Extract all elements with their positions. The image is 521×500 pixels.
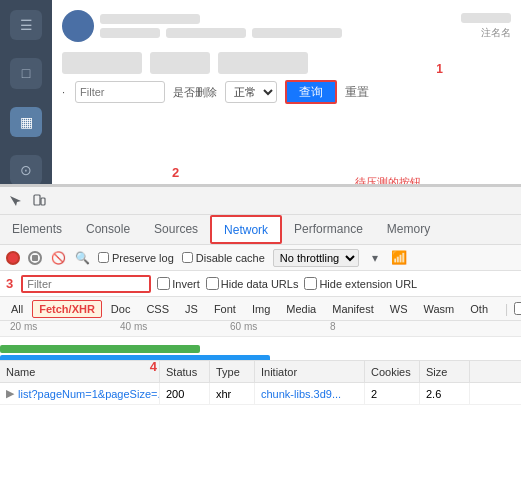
name-bar	[100, 14, 200, 24]
disable-cache-checkbox[interactable]	[182, 252, 193, 263]
tab-console[interactable]: Console	[74, 215, 142, 244]
annotation-num-2: 2	[172, 165, 179, 180]
timeline-area: 20 ms 40 ms 60 ms 8	[0, 321, 521, 361]
cell-size: 2.6	[420, 383, 470, 404]
tab-sources[interactable]: Sources	[142, 215, 210, 244]
reset-button[interactable]: 重置	[345, 84, 369, 101]
filter-input[interactable]	[21, 275, 151, 293]
hide-ext-url-checkbox[interactable]	[304, 277, 317, 290]
record-button[interactable]	[6, 251, 20, 265]
delete-label: 是否删除	[173, 85, 217, 100]
type-other-button[interactable]: Oth	[463, 300, 495, 318]
detail-bar-1	[100, 28, 160, 38]
detail-bar-2	[166, 28, 246, 38]
date-input[interactable]	[75, 81, 165, 103]
stop-button[interactable]	[28, 251, 42, 265]
annotation-num-1: 1	[436, 62, 443, 76]
blocked-req-label[interactable]: Blocked requests	[514, 297, 521, 321]
table-header: 4 Name Status Type Initiator Cookies Siz…	[0, 361, 521, 383]
date-label: ·	[62, 86, 65, 98]
tab-memory[interactable]: Memory	[375, 215, 442, 244]
tab-network[interactable]: Network	[210, 215, 282, 244]
table-row[interactable]: ▶ list?pageNum=1&pageSize=... 200 xhr ch…	[0, 383, 521, 405]
type-js-button[interactable]: JS	[178, 300, 205, 318]
header-size: Size	[420, 361, 470, 382]
clear-button[interactable]: 🚫	[50, 250, 66, 266]
user-info-bars	[100, 14, 455, 38]
search-button[interactable]: 查询	[285, 80, 337, 104]
cell-cookies: 2	[365, 383, 420, 404]
timeline-label-40ms: 40 ms	[120, 321, 147, 332]
cell-type: xhr	[210, 383, 255, 404]
detail-bar-3	[252, 28, 342, 38]
preserve-log-checkbox[interactable]	[98, 252, 109, 263]
header-cookies: Cookies	[365, 361, 420, 382]
request-name: list?pageNum=1&pageSize=...	[18, 388, 160, 400]
devtools-tabs: Elements Console Sources Network Perform…	[0, 215, 521, 245]
type-img-button[interactable]: Img	[245, 300, 277, 318]
tab-performance[interactable]: Performance	[282, 215, 375, 244]
cell-initiator: chunk-libs.3d9...	[255, 383, 365, 404]
type-divider: |	[505, 302, 508, 316]
input-placeholder-2	[150, 52, 210, 74]
hide-data-urls-checkbox[interactable]	[206, 277, 219, 290]
timeline-label-20ms: 20 ms	[10, 321, 37, 332]
annotation-num-4: 4	[150, 361, 157, 374]
type-doc-button[interactable]: Doc	[104, 300, 138, 318]
label-username: 注名名	[481, 26, 511, 40]
disable-cache-label[interactable]: Disable cache	[182, 252, 265, 264]
tab-elements[interactable]: Elements	[0, 215, 74, 244]
right-bar-1	[461, 13, 511, 23]
type-ws-button[interactable]: WS	[383, 300, 415, 318]
network-toolbar: 🚫 🔍 Preserve log Disable cache No thrott…	[0, 245, 521, 271]
timeline-label-80ms: 8	[330, 321, 336, 332]
sidebar-icon-grid[interactable]: ▦	[10, 107, 42, 137]
input-placeholder-3	[218, 52, 308, 74]
filter-bar: 3 Invert Hide data URLs Hide extension U…	[0, 271, 521, 297]
timeline-label-60ms: 60 ms	[230, 321, 257, 332]
hide-ext-url-label[interactable]: Hide extension URL	[304, 277, 417, 290]
header-status: Status	[160, 361, 210, 382]
header-name: 4 Name	[0, 361, 160, 382]
type-font-button[interactable]: Font	[207, 300, 243, 318]
avatar	[62, 10, 94, 42]
inspect-icon[interactable]	[4, 190, 26, 212]
online-icon: 📶	[391, 250, 407, 265]
page-content: 注名名 · 是否删除 正常 查询 重置 待压测的按钮 1	[52, 0, 521, 184]
cell-name: ▶ list?pageNum=1&pageSize=...	[0, 383, 160, 404]
cell-status: 200	[160, 383, 210, 404]
sidebar-icon-circle[interactable]: ⊙	[10, 155, 42, 185]
blocked-req-checkbox[interactable]	[514, 302, 521, 315]
sidebar: ☰ □ ▦ ⊙	[0, 0, 52, 185]
timeline-bars	[0, 337, 521, 361]
svg-rect-1	[41, 198, 45, 205]
type-media-button[interactable]: Media	[279, 300, 323, 318]
request-types-bar: All Fetch/XHR Doc CSS JS Font Img Media …	[0, 297, 521, 321]
row-arrow-icon: ▶	[6, 387, 14, 400]
type-css-button[interactable]: CSS	[139, 300, 176, 318]
type-fetch-xhr-button[interactable]: Fetch/XHR	[32, 300, 102, 318]
devtools-panel: Elements Console Sources Network Perform…	[0, 185, 521, 500]
timeline-bar-green	[0, 345, 200, 353]
header-type: Type	[210, 361, 255, 382]
preserve-log-label[interactable]: Preserve log	[98, 252, 174, 264]
devtools-topbar	[0, 187, 521, 215]
input-placeholder-1	[62, 52, 142, 74]
throttle-select[interactable]: No throttling	[273, 249, 359, 267]
status-select[interactable]: 正常	[225, 81, 277, 103]
search-icon[interactable]: 🔍	[74, 250, 90, 266]
throttle-arrow-icon[interactable]: ▾	[367, 250, 383, 266]
invert-label[interactable]: Invert	[157, 277, 200, 290]
svg-rect-0	[34, 195, 40, 205]
type-all-button[interactable]: All	[4, 300, 30, 318]
annotation-num-3: 3	[6, 276, 13, 291]
sidebar-icon-square[interactable]: □	[10, 58, 42, 88]
type-manifest-button[interactable]: Manifest	[325, 300, 381, 318]
annotation-text: 待压测的按钮	[355, 175, 421, 185]
invert-checkbox[interactable]	[157, 277, 170, 290]
sidebar-icon-menu[interactable]: ☰	[10, 10, 42, 40]
hide-data-urls-label[interactable]: Hide data URLs	[206, 277, 299, 290]
device-toolbar-icon[interactable]	[28, 190, 50, 212]
type-wasm-button[interactable]: Wasm	[417, 300, 462, 318]
header-initiator: Initiator	[255, 361, 365, 382]
